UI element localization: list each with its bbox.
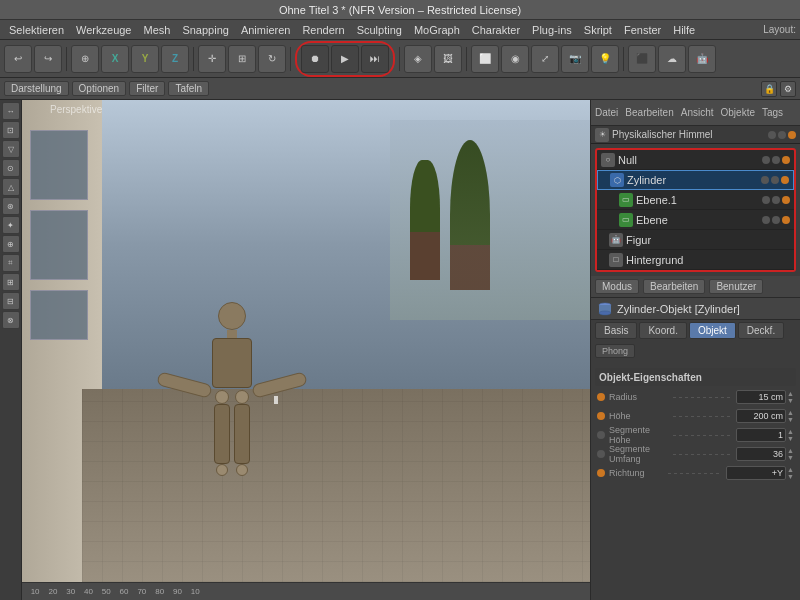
richtung-arrows[interactable]: ▲ ▼ [787,466,794,480]
seg-hohe-arrows[interactable]: ▲ ▼ [787,428,794,442]
optionen-button[interactable]: Optionen [72,81,127,96]
viewport-lock-icon[interactable]: 🔒 [761,81,777,97]
richtung-down[interactable]: ▼ [787,473,794,480]
obj-zylinder[interactable]: ⬡ Zylinder [597,170,794,190]
menu-skript[interactable]: Skript [579,23,617,37]
tafeln-button[interactable]: Tafeln [168,81,209,96]
left-btn-2[interactable]: ⊡ [2,121,20,139]
radius-down-arrow[interactable]: ▼ [787,397,794,404]
left-btn-9[interactable]: ⌗ [2,254,20,272]
tab-basis[interactable]: Basis [595,322,637,339]
render-to-picture[interactable]: 🖼 [434,45,462,73]
richtung-field[interactable]: +Y [726,466,786,480]
menu-plugins[interactable]: Plug-ins [527,23,577,37]
hohe-arrows[interactable]: ▲ ▼ [787,409,794,423]
richtung-up[interactable]: ▲ [787,466,794,473]
menu-rendern[interactable]: Rendern [297,23,349,37]
obj-ebene[interactable]: ▭ Ebene [597,210,794,230]
y-axis-button[interactable]: Y [131,45,159,73]
right-menu-datei[interactable]: Datei [595,107,618,118]
darstellung-button[interactable]: Darstellung [4,81,69,96]
dot-3 [788,131,796,139]
bearbeiten-mode-button[interactable]: Bearbeiten [643,279,705,294]
left-btn-12[interactable]: ⊗ [2,311,20,329]
rotate-button[interactable]: ↻ [258,45,286,73]
cube-button[interactable]: ⬜ [471,45,499,73]
right-menu-bearbeiten[interactable]: Bearbeiten [625,107,673,118]
toolbar-sep-2 [193,47,194,71]
right-menu-tags[interactable]: Tags [762,107,783,118]
anim-step-button[interactable]: ⏭ [361,45,389,73]
modus-button[interactable]: Modus [595,279,639,294]
obj-hintergrund[interactable]: □ Hintergrund [597,250,794,270]
radius-field[interactable]: 15 cm [736,390,786,404]
left-btn-4[interactable]: ⊙ [2,159,20,177]
move-button[interactable]: ✛ [198,45,226,73]
tab-deckf[interactable]: Deckf. [738,322,784,339]
left-btn-6[interactable]: ⊛ [2,197,20,215]
live-select-button[interactable]: ⊕ [71,45,99,73]
character-button[interactable]: 🤖 [688,45,716,73]
right-menu-objekte[interactable]: Objekte [721,107,755,118]
radius-up-arrow[interactable]: ▲ [787,390,794,397]
benutzer-mode-button[interactable]: Benutzer [709,279,763,294]
deformer-button[interactable]: ⤢ [531,45,559,73]
viewport-settings-icon[interactable]: ⚙ [780,81,796,97]
seg-umfang-field[interactable]: 36 [736,447,786,461]
seg-hohe-up[interactable]: ▲ [787,428,794,435]
menu-fenster[interactable]: Fenster [619,23,666,37]
right-menu-ansicht[interactable]: Ansicht [681,107,714,118]
scale-button[interactable]: ⊞ [228,45,256,73]
animation-controls-group: ⏺ ▶ ⏭ [295,41,395,77]
seg-hohe-field[interactable]: 1 [736,428,786,442]
menu-snapping[interactable]: Snapping [177,23,234,37]
left-btn-1[interactable]: ↔ [2,102,20,120]
z-axis-button[interactable]: Z [161,45,189,73]
phong-subtab[interactable]: Phong [595,344,635,358]
seg-hohe-down[interactable]: ▼ [787,435,794,442]
menu-hilfe[interactable]: Hilfe [668,23,700,37]
tab-koord[interactable]: Koord. [639,322,686,339]
floor-button[interactable]: ⬛ [628,45,656,73]
seg-umfang-up[interactable]: ▲ [787,447,794,454]
light-button[interactable]: 💡 [591,45,619,73]
seg-hohe-dots-line [673,435,733,436]
anim-play-button[interactable]: ▶ [331,45,359,73]
obj-ebene1[interactable]: ▭ Ebene.1 [597,190,794,210]
left-sidebar: ↔ ⊡ ▽ ⊙ △ ⊛ ✦ ⊕ ⌗ ⊞ ⊟ ⊗ [0,100,22,600]
camera-button[interactable]: 📷 [561,45,589,73]
left-btn-5[interactable]: △ [2,178,20,196]
hohe-down-arrow[interactable]: ▼ [787,416,794,423]
tab-objekt[interactable]: Objekt [689,322,736,339]
nurbs-button[interactable]: ◉ [501,45,529,73]
render-button[interactable]: ◈ [404,45,432,73]
menu-mograph[interactable]: MoGraph [409,23,465,37]
menu-charakter[interactable]: Charakter [467,23,525,37]
obj-figur[interactable]: 🤖 Figur [597,230,794,250]
seg-umfang-down[interactable]: ▼ [787,454,794,461]
menu-animieren[interactable]: Animieren [236,23,296,37]
redo-button[interactable]: ↪ [34,45,62,73]
seg-umfang-arrows[interactable]: ▲ ▼ [787,447,794,461]
menu-sculpting[interactable]: Sculpting [352,23,407,37]
menu-werkzeuge[interactable]: Werkzeuge [71,23,136,37]
anim-record-button[interactable]: ⏺ [301,45,329,73]
x-axis-button[interactable]: X [101,45,129,73]
left-btn-11[interactable]: ⊟ [2,292,20,310]
filter-button[interactable]: Filter [129,81,165,96]
left-btn-7[interactable]: ✦ [2,216,20,234]
hohe-up-arrow[interactable]: ▲ [787,409,794,416]
left-btn-10[interactable]: ⊞ [2,273,20,291]
menu-layout[interactable]: Layout: [763,24,796,35]
menu-selektieren[interactable]: Selektieren [4,23,69,37]
left-btn-3[interactable]: ▽ [2,140,20,158]
phys-himmel-item[interactable]: ☀ Physikalischer Himmel [591,126,800,144]
undo-button[interactable]: ↩ [4,45,32,73]
menu-mesh[interactable]: Mesh [138,23,175,37]
left-btn-8[interactable]: ⊕ [2,235,20,253]
sky-button[interactable]: ☁ [658,45,686,73]
obj-null[interactable]: ○ Null [597,150,794,170]
3d-viewport[interactable]: Perspektive [22,100,590,582]
hohe-field[interactable]: 200 cm [736,409,786,423]
radius-arrows[interactable]: ▲ ▼ [787,390,794,404]
